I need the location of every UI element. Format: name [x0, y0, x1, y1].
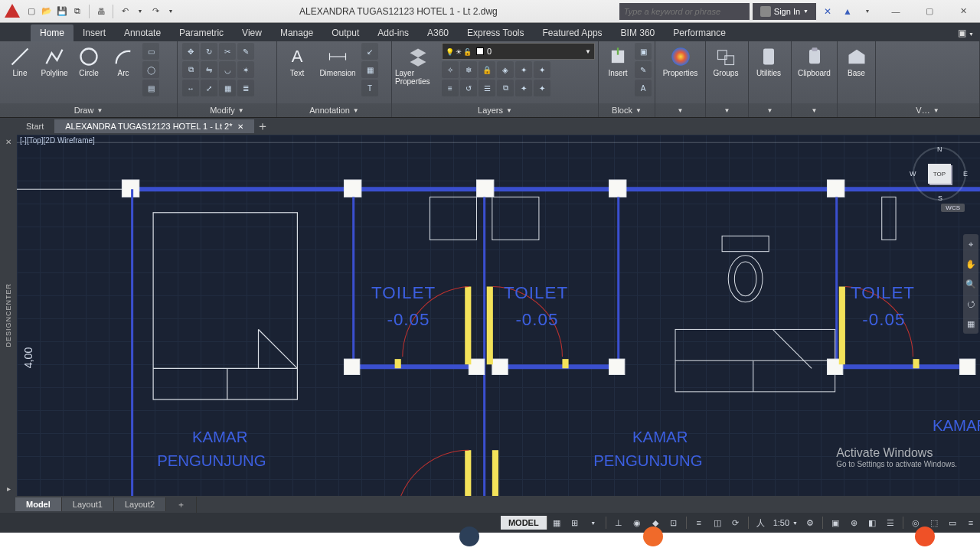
close-button[interactable]: ✕: [946, 0, 980, 23]
polyline-button[interactable]: Polyline: [38, 43, 71, 77]
properties-button[interactable]: Properties: [658, 43, 702, 77]
layer-state-icon[interactable]: ☰: [479, 80, 495, 96]
file-tab-start[interactable]: Start: [15, 119, 54, 133]
sb-cycling-icon[interactable]: ⟳: [727, 514, 745, 531]
sb-annomonitor-icon[interactable]: ⊕: [844, 514, 863, 531]
viewcube-south[interactable]: S: [938, 194, 942, 202]
panel-properties-label[interactable]: ▼: [655, 103, 705, 117]
qat-plot-icon[interactable]: 🖶: [94, 5, 108, 18]
rotate-icon[interactable]: ↻: [201, 43, 217, 60]
tab-output[interactable]: Output: [322, 24, 368, 41]
tab-view[interactable]: View: [233, 24, 271, 41]
fillet-icon[interactable]: ◡: [219, 61, 236, 78]
array-icon[interactable]: ▦: [219, 80, 236, 96]
viewcube-north[interactable]: N: [937, 145, 942, 153]
panel-block-label[interactable]: Block▼: [599, 103, 655, 117]
sb-annoscale-icon[interactable]: 人: [752, 514, 770, 531]
view-cube[interactable]: TOP N S E W: [913, 147, 966, 201]
panel-draw-label[interactable]: Draw▼: [0, 103, 177, 117]
groups-button[interactable]: Groups: [709, 43, 743, 77]
palette-autohide-icon[interactable]: ▸: [7, 481, 11, 496]
panel-modify-label[interactable]: Modify▼: [178, 103, 276, 117]
qat-undo-icon[interactable]: ↶: [118, 5, 132, 18]
qat-undo-drop-icon[interactable]: ▼: [133, 5, 147, 18]
layer-iso-icon[interactable]: ◈: [497, 61, 514, 78]
panel-base-label[interactable]: [838, 103, 875, 117]
panel-view-label[interactable]: V…▼: [876, 103, 979, 117]
exchange-icon[interactable]: ✕: [819, 3, 836, 20]
sb-drop1-icon[interactable]: ▼: [584, 514, 603, 531]
tab-featured[interactable]: Featured Apps: [534, 24, 612, 41]
scale-icon[interactable]: ⤢: [201, 80, 217, 96]
qat-open-icon[interactable]: 📂: [40, 5, 54, 18]
layout-tab-layout2[interactable]: Layout2: [114, 497, 166, 511]
model-paper-toggle[interactable]: MODEL: [501, 516, 547, 530]
nav-showmotion-icon[interactable]: ▦: [963, 314, 978, 334]
minimize-button[interactable]: —: [879, 0, 913, 23]
add-file-tab-button[interactable]: ＋: [254, 119, 271, 135]
insert-block-button[interactable]: Insert: [602, 43, 634, 77]
search-input[interactable]: [619, 3, 750, 20]
erase-icon[interactable]: ✎: [237, 43, 254, 60]
tab-parametric[interactable]: Parametric: [170, 24, 233, 41]
sb-ortho-icon[interactable]: ⊥: [609, 514, 628, 531]
layer-merge-icon[interactable]: ⧉: [497, 80, 514, 96]
sb-gear-icon[interactable]: ⚙: [801, 514, 819, 531]
viewcube-face[interactable]: TOP: [928, 164, 951, 184]
maximize-button[interactable]: ▢: [913, 0, 946, 23]
arc-button[interactable]: Arc: [106, 43, 140, 77]
stretch-icon[interactable]: ↔: [182, 80, 199, 96]
sb-customize-icon[interactable]: ≡: [962, 514, 980, 531]
sb-snap-icon[interactable]: ⊞: [566, 514, 584, 531]
nav-pan-icon[interactable]: ✋: [963, 254, 978, 274]
tab-insert[interactable]: Insert: [74, 24, 115, 41]
tab-express[interactable]: Express Tools: [458, 24, 533, 41]
panel-groups-label[interactable]: ▼: [706, 103, 748, 117]
layout-tab-model[interactable]: Model: [15, 497, 62, 511]
tab-bim360[interactable]: BIM 360: [612, 24, 665, 41]
layer-prev-icon[interactable]: ↺: [460, 80, 477, 96]
help-dropdown-icon[interactable]: ▼: [859, 3, 876, 20]
qat-redo-icon[interactable]: ↷: [149, 5, 162, 18]
nav-orbit-icon[interactable]: ⭯: [963, 294, 978, 314]
designcenter-tab[interactable]: DESIGNCENTER: [5, 283, 12, 347]
attr-block-icon[interactable]: A: [635, 80, 652, 96]
sb-grid-icon[interactable]: ▦: [547, 514, 566, 531]
line-button[interactable]: Line: [3, 43, 37, 77]
rectangle-icon[interactable]: ▭: [142, 43, 159, 60]
edit-block-icon[interactable]: ✎: [635, 61, 652, 78]
panel-utilities-label[interactable]: ▼: [749, 103, 791, 117]
leader-icon[interactable]: ↙: [361, 43, 378, 60]
sb-scale-control[interactable]: 1:50▼: [770, 518, 801, 527]
layer-more4-icon[interactable]: ✦: [534, 80, 550, 96]
close-tab-icon[interactable]: ✕: [237, 122, 243, 131]
tab-annotate[interactable]: Annotate: [115, 24, 170, 41]
tab-home[interactable]: Home: [31, 24, 74, 41]
qat-redo-drop-icon[interactable]: ▼: [164, 5, 178, 18]
copy-icon[interactable]: ⧉: [182, 61, 199, 78]
palette-close-icon[interactable]: ✕: [5, 135, 11, 149]
layer-current-dropdown[interactable]: 💡☀🔓 0 ▼: [442, 43, 595, 60]
hatch-icon[interactable]: ▤: [142, 80, 159, 96]
layer-more1-icon[interactable]: ✦: [515, 61, 532, 78]
signin-button[interactable]: Sign In▼: [753, 3, 816, 20]
clipboard-button[interactable]: Clipboard: [795, 43, 834, 77]
a360-icon[interactable]: ▲: [839, 3, 856, 20]
base-button[interactable]: Base: [841, 43, 872, 77]
qat-save-icon[interactable]: 💾: [55, 5, 69, 18]
panel-layers-label[interactable]: Layers▼: [392, 103, 598, 117]
panel-annotation-label[interactable]: Annotation▼: [277, 103, 391, 117]
tab-manage[interactable]: Manage: [271, 24, 322, 41]
ribbon-appearance-icon[interactable]: ▣ ▼: [952, 24, 980, 41]
panel-clipboard-label[interactable]: ▼: [792, 103, 837, 117]
tab-performance[interactable]: Performance: [664, 24, 735, 41]
offset-icon[interactable]: ≣: [237, 80, 254, 96]
sb-workspace-icon[interactable]: ▣: [826, 514, 844, 531]
dimension-button[interactable]: Dimension: [315, 43, 361, 77]
layer-lock-icon[interactable]: 🔒: [479, 61, 495, 78]
mirror-icon[interactable]: ⇋: [201, 61, 217, 78]
move-icon[interactable]: ✥: [182, 43, 199, 60]
sb-polar-icon[interactable]: ◉: [628, 514, 646, 531]
sb-quickprops-icon[interactable]: ☰: [881, 514, 900, 531]
nav-zoom-icon[interactable]: 🔍: [963, 274, 978, 294]
